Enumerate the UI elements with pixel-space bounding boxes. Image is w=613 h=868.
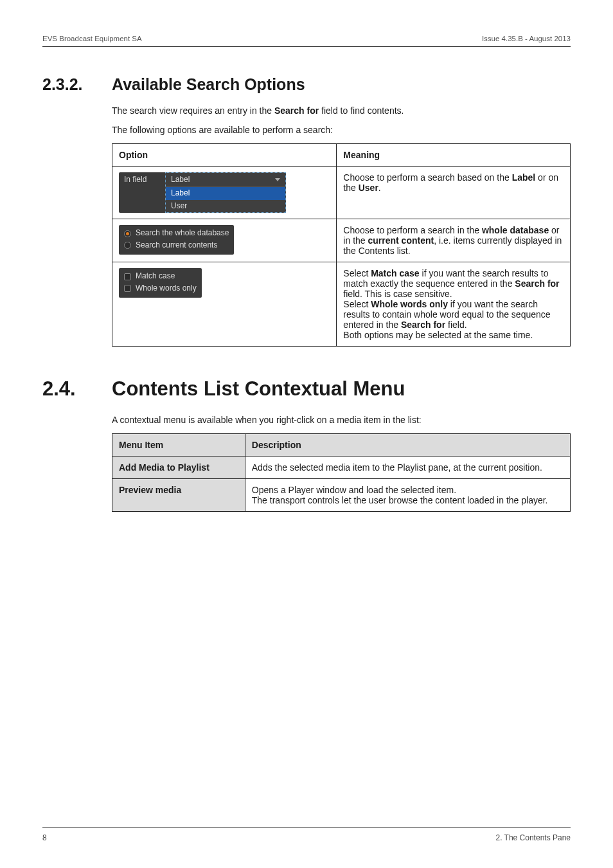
table-row: Match case Whole words only Select Match…	[112, 262, 571, 347]
menu-item-name: Preview media	[112, 478, 245, 511]
infield-dropdown[interactable]: In field Label Label User	[119, 172, 286, 213]
checkbox-icon	[124, 273, 131, 280]
radio-current-contents[interactable]: Search current contents	[124, 240, 229, 251]
table-row: Add Media to Playlist Adds the selected …	[112, 456, 571, 478]
options-table: Option Meaning In field Label	[112, 143, 571, 347]
table-row: Search the whole database Search current…	[112, 219, 571, 262]
meaning-cell: Select Match case if you want the search…	[337, 262, 571, 347]
checkbox-label: Whole words only	[136, 284, 197, 294]
checkbox-whole-words[interactable]: Whole words only	[124, 284, 197, 294]
section-24-heading: 2.4. Contents List Contextual Menu	[42, 377, 571, 401]
search-scope-radio-group: Search the whole database Search current…	[119, 225, 234, 254]
running-header: EVS Broadcast Equipment SA Issue 4.35.B …	[42, 35, 571, 47]
menu-item-name: Add Media to Playlist	[112, 456, 245, 478]
intro-para: A contextual menu is available when you …	[112, 413, 571, 426]
table-row: Preview media Opens a Player window and …	[112, 478, 571, 511]
table-row: In field Label Label User	[112, 166, 571, 219]
infield-option-label[interactable]: Label	[166, 187, 285, 200]
radio-icon	[124, 242, 131, 249]
section-number: 2.3.2.	[42, 75, 112, 94]
match-options-checkbox-group: Match case Whole words only	[119, 268, 202, 297]
th-option: Option	[112, 143, 337, 166]
page-number: 8	[42, 833, 47, 842]
infield-label: In field	[119, 172, 165, 213]
radio-icon	[124, 230, 131, 237]
radio-label: Search current contents	[136, 240, 217, 251]
radio-whole-database[interactable]: Search the whole database	[124, 228, 229, 239]
section-232-heading: 2.3.2. Available Search Options	[42, 75, 571, 94]
menu-item-desc: Adds the selected media item to the Play…	[245, 456, 570, 478]
meaning-cell: Choose to perform a search in the whole …	[337, 219, 571, 262]
checkbox-icon	[124, 285, 131, 292]
th-menu-item: Menu Item	[112, 433, 245, 456]
runhead-right: Issue 4.35.B - August 2013	[482, 35, 571, 42]
infield-select[interactable]: Label Label User	[165, 172, 286, 213]
intro-para-1: The search view requires an entry in the…	[112, 104, 571, 117]
infield-selected: Label	[171, 175, 190, 185]
menu-table: Menu Item Description Add Media to Playl…	[112, 433, 571, 512]
intro-para-2: The following options are available to p…	[112, 123, 571, 136]
footer-section: 2. The Contents Pane	[495, 833, 571, 842]
section-title: Contents List Contextual Menu	[112, 377, 405, 401]
infield-options: Label User	[166, 186, 285, 212]
th-meaning: Meaning	[337, 143, 571, 166]
radio-label: Search the whole database	[136, 228, 229, 239]
checkbox-label: Match case	[136, 271, 175, 282]
page-footer: 8 2. The Contents Pane	[42, 827, 571, 842]
meaning-cell: Choose to perform a search based on the …	[337, 166, 571, 219]
section-title: Available Search Options	[112, 75, 305, 94]
runhead-left: EVS Broadcast Equipment SA	[42, 35, 142, 42]
checkbox-match-case[interactable]: Match case	[124, 271, 197, 282]
chevron-down-icon	[275, 178, 280, 181]
infield-option-user[interactable]: User	[166, 200, 285, 213]
th-description: Description	[245, 433, 570, 456]
menu-item-desc: Opens a Player window and load the selec…	[245, 478, 570, 511]
section-number: 2.4.	[42, 377, 112, 401]
